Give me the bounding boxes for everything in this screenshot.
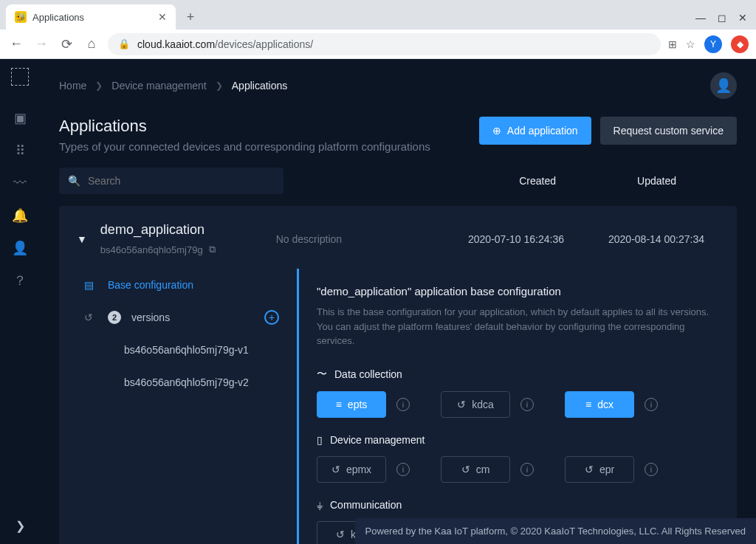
maximize-icon[interactable]: ◻ [718, 12, 726, 24]
add-application-label: Add application [507, 125, 578, 137]
copy-icon[interactable]: ⧉ [209, 244, 216, 255]
column-created: Created [519, 175, 556, 187]
restore-icon: ↺ [585, 464, 594, 475]
service-label: epr [599, 464, 614, 475]
restore-icon: ↺ [331, 464, 340, 475]
rail-user-icon[interactable]: 👤 [5, 233, 35, 263]
service-group-header: 〜 Data collection [317, 368, 719, 381]
breadcrumb-applications: Applications [232, 80, 288, 92]
app-root: ▣ ⠿ 〰 🔔 👤 ？ ❯ Home ❯ Device management ❯… [0, 59, 756, 544]
back-button[interactable]: ← [7, 36, 25, 52]
search-box[interactable]: 🔍 [59, 168, 284, 194]
forward-button[interactable]: → [32, 36, 50, 52]
brand-logo-icon[interactable] [11, 68, 29, 86]
service-row: ≡ epts i ↺ kdca i ≡ dcx [317, 391, 719, 418]
column-headers: Created Updated [519, 175, 737, 187]
info-icon[interactable]: i [645, 463, 658, 476]
service-label: cm [476, 464, 490, 475]
search-input[interactable] [88, 175, 275, 187]
request-custom-service-button[interactable]: Request custom service [600, 117, 737, 145]
service-chip-kdca[interactable]: ↺ kdca [441, 391, 510, 418]
rail-dashboard-icon[interactable]: ▣ [5, 103, 35, 133]
reload-button[interactable]: ⟳ [58, 36, 75, 52]
add-application-button[interactable]: ⊕ Add application [479, 117, 591, 145]
url-text: cloud.kaaiot.com/devices/applications/ [137, 38, 313, 50]
extension-icons: ⊞ ☆ Y ◆ [668, 35, 749, 53]
chevron-down-icon[interactable]: ▼ [77, 233, 87, 245]
breadcrumb-device-management[interactable]: Device management [111, 80, 206, 92]
browser-chrome: 🐝 Applications ✕ + — ◻ ✕ ← → ⟳ ⌂ 🔒 cloud… [0, 0, 756, 59]
service-chip-epts[interactable]: ≡ epts [317, 391, 386, 418]
add-version-button[interactable]: + [264, 310, 279, 325]
nav-rail: ▣ ⠿ 〰 🔔 👤 ？ ❯ [0, 59, 40, 544]
browser-tab[interactable]: 🐝 Applications ✕ [6, 4, 176, 30]
home-button[interactable]: ⌂ [83, 36, 100, 52]
service-row: ↺ epmx i ↺ cm i ↺ epr [317, 456, 719, 483]
service-group-device-management: ▯ Device management ↺ epmx i ↺ cm [317, 434, 719, 483]
history-icon: ↺ [84, 311, 97, 323]
account-button[interactable]: 👤 [710, 72, 737, 99]
page-content: Home ❯ Device management ❯ Applications … [40, 59, 756, 544]
application-updated: 2020-08-14 00:27:34 [608, 233, 719, 245]
service-group-name: Communication [330, 499, 402, 511]
service-label: kdca [472, 399, 494, 410]
service-chip-cm[interactable]: ↺ cm [441, 456, 510, 483]
info-icon[interactable]: i [396, 398, 410, 411]
application-id-row: bs46o56an6qhlo5mj79g ⧉ [100, 244, 216, 255]
info-icon[interactable]: i [520, 398, 534, 411]
bookmark-star-icon[interactable]: ☆ [686, 38, 695, 50]
tab-title: Applications [32, 12, 152, 23]
breadcrumb: Home ❯ Device management ❯ Applications [59, 80, 287, 92]
breadcrumb-row: Home ❯ Device management ❯ Applications … [40, 59, 756, 99]
translate-icon[interactable]: ⊞ [668, 38, 677, 50]
application-name: demo_application [100, 222, 216, 238]
user-icon: 👤 [715, 78, 732, 94]
close-window-icon[interactable]: ✕ [738, 12, 747, 24]
tune-icon: ≡ [336, 399, 342, 410]
application-card-header[interactable]: ▼ demo_application bs46o56an6qhlo5mj79g … [59, 206, 737, 269]
application-id: bs46o56an6qhlo5mj79g [100, 244, 203, 255]
rail-expand-icon[interactable]: ❯ [5, 514, 35, 544]
version-item[interactable]: bs46o56an6qhlo5mj79g-v2 [59, 366, 297, 399]
service-chip-epmx[interactable]: ↺ epmx [317, 456, 386, 483]
address-bar[interactable]: 🔒 cloud.kaaiot.com/devices/applications/ [108, 33, 661, 55]
footer-text: Powered by the Kaa IoT platform, © 2020 … [355, 518, 756, 544]
new-tab-button[interactable]: + [180, 7, 201, 27]
page-header: Applications Types of your connected dev… [40, 99, 756, 168]
version-id: bs46o56an6qhlo5mj79g-v2 [124, 376, 249, 388]
info-icon[interactable]: i [520, 463, 534, 476]
rail-notifications-icon[interactable]: 🔔 [5, 201, 35, 230]
service-group-name: Device management [330, 434, 425, 446]
page-title: Applications [59, 117, 430, 136]
header-actions: ⊕ Add application Request custom service [479, 117, 737, 145]
extension-icon[interactable]: ◆ [731, 35, 749, 53]
profile-avatar[interactable]: Y [704, 35, 722, 53]
trend-icon: 〜 [317, 368, 327, 381]
rail-help-icon[interactable]: ？ [5, 266, 35, 295]
service-chip-dcx[interactable]: ≡ dcx [565, 391, 634, 418]
side-item-label: Base configuration [108, 279, 193, 291]
info-icon[interactable]: i [396, 463, 410, 476]
rail-analytics-icon[interactable]: 〰 [5, 168, 35, 198]
tab-strip: 🐝 Applications ✕ + — ◻ ✕ [0, 0, 756, 30]
minimize-icon[interactable]: — [695, 12, 706, 24]
side-item-versions[interactable]: ↺ 2 versions + [59, 301, 297, 334]
config-subtitle: This is the base configuration for your … [317, 305, 719, 348]
application-side-list: ▤ Base configuration ↺ 2 versions + bs46… [59, 269, 297, 544]
versions-count-badge: 2 [108, 311, 121, 324]
application-card-body: ▤ Base configuration ↺ 2 versions + bs46… [59, 269, 737, 544]
side-item-base-configuration[interactable]: ▤ Base configuration [59, 269, 297, 301]
breadcrumb-home[interactable]: Home [59, 80, 86, 92]
tune-icon: ≡ [585, 399, 591, 410]
service-chip-epr[interactable]: ↺ epr [565, 456, 634, 483]
close-icon[interactable]: ✕ [158, 11, 167, 23]
search-icon: 🔍 [68, 175, 80, 187]
page-subtitle: Types of your connected devices and corr… [59, 140, 430, 153]
rail-apps-icon[interactable]: ⠿ [5, 136, 35, 165]
plus-circle-icon: ⊕ [492, 125, 501, 137]
service-group-name: Data collection [334, 368, 402, 380]
service-label: epmx [346, 464, 371, 475]
version-item[interactable]: bs46o56an6qhlo5mj79g-v1 [59, 334, 297, 366]
request-custom-service-label: Request custom service [614, 125, 724, 137]
info-icon[interactable]: i [645, 398, 658, 411]
